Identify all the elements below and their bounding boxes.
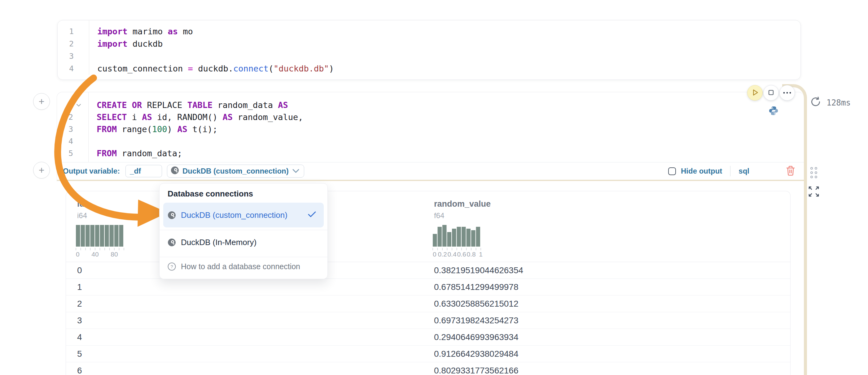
line-number: 2	[58, 38, 74, 50]
trash-icon	[786, 172, 795, 177]
sql-cell-footer: Output variable: DuckDB (custom_connecti…	[57, 163, 804, 181]
line-number: 3	[58, 50, 74, 63]
menu-item-duckdb-in-memory-[interactable]: DuckDB (In-Memory)	[163, 230, 324, 254]
python-language-icon[interactable]	[769, 106, 778, 116]
table-row[interactable]: 60.8029331773562166	[66, 362, 790, 375]
code-line[interactable]: 1CREATE OR REPLACE TABLE random_data AS	[57, 99, 804, 111]
runtime-text: 128ms	[827, 98, 851, 107]
table-row[interactable]: 10.6785141299499978	[66, 279, 790, 296]
footer-divider	[730, 166, 731, 176]
code-line[interactable]: 5FROM random_data;	[57, 147, 804, 159]
cell-menu-button[interactable]	[779, 85, 795, 101]
column-type: i64	[77, 211, 129, 220]
python-cell[interactable]: 1import marimo as mo2import duckdb3 4cus…	[57, 20, 801, 80]
stop-cell-button[interactable]	[763, 85, 779, 101]
table-row[interactable]: 30.6973198243254273	[66, 312, 790, 329]
line-number: 5	[57, 147, 73, 159]
line-number: 4	[57, 135, 73, 147]
duckdb-icon	[167, 238, 176, 247]
footer-right-group: Hide output sql	[668, 166, 795, 177]
column-name: id	[77, 199, 129, 209]
code-text: SELECT i AS id, RANDOM() AS random_value…	[91, 111, 804, 123]
code-line[interactable]: 4custom_connection = duckdb.connect("duc…	[58, 63, 801, 75]
python-code-editor[interactable]: 1import marimo as mo2import duckdb3 4cus…	[58, 21, 801, 75]
run-cell-button[interactable]	[747, 85, 763, 101]
line-number: 1	[57, 99, 73, 111]
code-text: FROM random_data;	[91, 147, 804, 159]
svg-text:0.4: 0.4	[447, 251, 457, 258]
random-value-cell: 0.6330258856215012	[434, 299, 519, 309]
svg-text:0: 0	[76, 251, 80, 258]
fold-spacer	[74, 25, 92, 38]
code-text: FROM range(100) AS t(i);	[91, 123, 804, 135]
table-row[interactable]: 20.6330258856215012	[66, 296, 790, 312]
drag-handle[interactable]	[810, 167, 817, 178]
code-line[interactable]: 4	[57, 135, 804, 147]
svg-text:80: 80	[111, 251, 118, 258]
column-header-random-value[interactable]: random_value f64 00.20.40.60.81	[434, 191, 491, 259]
fold-spacer	[73, 111, 91, 123]
database-connections-menu: Database connections DuckDB (custom_conn…	[159, 183, 328, 279]
svg-text:0.6: 0.6	[457, 251, 466, 258]
table-row[interactable]: 40.2940646993963934	[66, 329, 790, 346]
menu-item-label: How to add a database connection	[181, 262, 300, 271]
menu-item-help[interactable]: ?How to add a database connection	[163, 254, 324, 278]
id-cell: 0	[77, 266, 82, 275]
gutter-divider	[88, 92, 89, 162]
duckdb-icon	[171, 166, 179, 176]
menu-item-duckdb-custom-connection-[interactable]: DuckDB (custom_connection)	[163, 203, 324, 228]
id-histogram[interactable]: 04080	[75, 224, 129, 259]
output-variable-input[interactable]	[125, 165, 162, 177]
fold-spacer	[73, 135, 91, 147]
id-cell: 6	[77, 366, 82, 375]
fold-spacer	[74, 38, 92, 50]
code-line[interactable]: 2SELECT i AS id, RANDOM() AS random_valu…	[57, 111, 804, 123]
stop-icon	[767, 88, 775, 98]
marimo-notebook: 1import marimo as mo2import duckdb3 4cus…	[0, 0, 868, 375]
code-text	[91, 135, 804, 147]
expand-arrows-icon	[808, 194, 820, 198]
connection-dropdown-button[interactable]: DuckDB (custom_connection)	[167, 165, 304, 178]
code-text: import duckdb	[92, 38, 801, 50]
fold-spacer	[73, 147, 91, 159]
table-row[interactable]: 50.9126642938029484	[66, 346, 790, 362]
random-value-cell: 0.6785141299499978	[434, 282, 519, 292]
add-cell-button-top[interactable]: +	[33, 93, 50, 110]
sql-code-editor[interactable]: 1CREATE OR REPLACE TABLE random_data AS2…	[57, 92, 804, 163]
id-cell: 2	[77, 299, 82, 309]
sql-cell[interactable]: 1CREATE OR REPLACE TABLE random_data AS2…	[57, 92, 804, 181]
fold-spacer	[74, 50, 92, 63]
code-line[interactable]: 3FROM range(100) AS t(i);	[57, 123, 804, 135]
chevron-down-icon	[292, 167, 300, 175]
code-text: import marimo as mo	[92, 25, 801, 38]
connection-dropdown-label: DuckDB (custom_connection)	[182, 167, 289, 175]
expand-output-button[interactable]	[808, 185, 820, 198]
cell-runtime-status: 128ms	[810, 96, 851, 109]
random-value-cell: 0.8029331773562166	[434, 366, 519, 375]
code-line[interactable]: 1import marimo as mo	[58, 25, 801, 38]
hide-output-checkbox[interactable]	[668, 167, 676, 175]
duckdb-icon	[167, 211, 176, 219]
menu-item-label: DuckDB (custom_connection)	[181, 210, 287, 220]
code-line[interactable]: 3	[58, 50, 801, 63]
add-cell-button-bottom[interactable]: +	[33, 162, 50, 178]
line-number: 3	[57, 123, 73, 135]
column-type: f64	[434, 211, 491, 220]
svg-text:?: ?	[170, 264, 173, 269]
code-line[interactable]: 2import duckdb	[58, 38, 801, 50]
language-toggle[interactable]: sql	[739, 167, 749, 175]
column-header-id[interactable]: id i64 04080	[77, 191, 129, 259]
delete-cell-button[interactable]	[786, 166, 795, 177]
code-text	[92, 50, 801, 63]
id-cell: 4	[77, 332, 82, 342]
play-icon	[750, 88, 760, 98]
fold-spacer	[73, 123, 91, 135]
code-text: CREATE OR REPLACE TABLE random_data AS	[91, 99, 804, 111]
random-value-histogram[interactable]: 00.20.40.60.81	[432, 224, 486, 259]
check-icon	[308, 210, 316, 220]
fold-chevron-icon[interactable]	[73, 99, 91, 111]
gutter-divider	[89, 21, 89, 75]
svg-text:1: 1	[479, 251, 483, 258]
random-value-cell: 0.9126642938029484	[434, 349, 519, 359]
refresh-icon[interactable]	[810, 96, 822, 109]
